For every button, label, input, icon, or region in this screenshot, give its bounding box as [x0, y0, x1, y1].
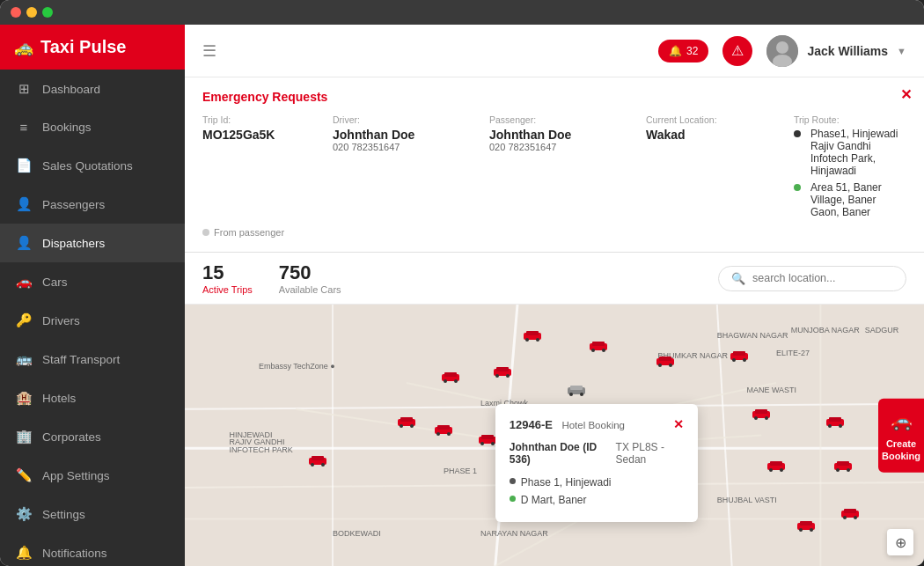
- avatar: [766, 35, 798, 67]
- car-marker: [840, 508, 860, 520]
- booking-popup: 12946-E Hotel Booking ✕ Johnthan Doe (ID…: [495, 404, 698, 522]
- car-marker: [656, 356, 675, 368]
- emergency-title: Emergency Requests: [202, 90, 906, 104]
- sidebar-item-label: Passengers: [42, 198, 105, 211]
- sidebar-item-label: Bookings: [42, 121, 92, 134]
- sidebar-item-label: Dispatchers: [42, 237, 105, 250]
- dispatchers-icon: 👤: [16, 235, 32, 251]
- svg-point-66: [311, 463, 314, 467]
- map-label: MUNJOBA NAGAR: [791, 326, 860, 334]
- close-button[interactable]: [11, 7, 21, 18]
- sidebar-item-staff-transport[interactable]: 🚌 Staff Transport: [0, 340, 185, 379]
- sidebar-item-cars[interactable]: 🚗 Cars: [0, 262, 185, 301]
- search-box[interactable]: 🔍: [718, 266, 906, 291]
- svg-line-9: [717, 305, 732, 566]
- available-cars-number: 750: [279, 261, 341, 284]
- cars-icon: 🚗: [16, 274, 32, 290]
- svg-point-47: [743, 358, 746, 362]
- svg-rect-97: [837, 461, 849, 466]
- sidebar-item-label: Drivers: [42, 314, 80, 327]
- svg-rect-89: [770, 461, 782, 466]
- create-booking-icon: 🚗: [891, 408, 913, 431]
- driver-name: Johnthan Doe: [333, 128, 482, 142]
- svg-point-59: [491, 442, 495, 445]
- popup-close-button[interactable]: ✕: [673, 417, 684, 431]
- car-marker: [589, 341, 608, 353]
- svg-point-87: [765, 416, 768, 420]
- svg-rect-93: [829, 417, 841, 422]
- search-icon: 🔍: [731, 272, 745, 285]
- svg-point-35: [580, 393, 583, 396]
- emergency-close-button[interactable]: ✕: [900, 86, 912, 103]
- locate-me-button[interactable]: ⊕: [887, 529, 913, 555]
- route-from: Phase1, Hinjewadi Rajiv Gandhi Infotech …: [810, 128, 906, 177]
- sidebar-item-bookings[interactable]: ≡ Bookings: [0, 108, 185, 146]
- sidebar-item-passengers[interactable]: 👤 Passengers: [0, 185, 185, 224]
- dashboard-icon: ⊞: [16, 81, 32, 97]
- map-label: NARAYAN NAGAR: [480, 529, 548, 538]
- sidebar-item-app-settings[interactable]: ✏️ App Settings: [0, 456, 185, 495]
- passengers-icon: 👤: [16, 196, 32, 212]
- svg-point-43: [669, 364, 672, 367]
- map-label: BHUJBAL VASTI: [717, 496, 777, 504]
- trip-id-label: Trip Id:: [202, 114, 326, 125]
- location-col: Current Location: Wakad: [646, 114, 787, 218]
- popup-to-dot: [510, 496, 516, 502]
- alert-icon: ⚠: [731, 42, 744, 59]
- active-trips-stat: 15 Active Trips: [202, 261, 253, 295]
- car-marker: [730, 350, 749, 363]
- stats-bar: 15 Active Trips 750 Available Cars 🔍: [185, 253, 924, 305]
- sidebar-item-label: Cars: [42, 276, 68, 289]
- driver-phone: 020 782351647: [333, 142, 482, 152]
- maximize-button[interactable]: [42, 7, 53, 18]
- chevron-down-icon: ▼: [897, 46, 906, 56]
- svg-rect-85: [755, 409, 767, 414]
- svg-point-107: [810, 528, 813, 532]
- map-area[interactable]: MUNJOBA NAGAR SADGUR BHAGWAN NAGAR BHUMK…: [185, 305, 924, 566]
- svg-rect-53: [437, 425, 450, 430]
- sidebar-item-label: Dashboard: [42, 83, 100, 96]
- map-label: BODKEWADI: [333, 529, 381, 538]
- svg-point-67: [321, 463, 325, 467]
- sidebar-item-corporates[interactable]: 🏢 Corporates: [0, 417, 185, 456]
- from-passenger: From passenger: [202, 227, 906, 238]
- svg-point-103: [854, 516, 857, 519]
- passenger-phone: 020 782351647: [489, 142, 639, 152]
- car-marker: [434, 424, 453, 437]
- sidebar-item-dispatchers[interactable]: 👤 Dispatchers: [0, 224, 185, 262]
- active-trips-label: Active Trips: [202, 284, 253, 295]
- logo: 🚕 Taxi Pulse: [0, 25, 185, 70]
- from-passenger-label: From passenger: [214, 227, 284, 238]
- map-label: PHASE 1: [444, 467, 477, 475]
- sidebar-item-hotels[interactable]: 🏨 Hotels: [0, 379, 185, 417]
- svg-rect-25: [444, 372, 457, 377]
- sidebar-item-dashboard[interactable]: ⊞ Dashboard: [0, 70, 185, 108]
- available-cars-label: Available Cars: [279, 284, 341, 295]
- create-booking-button[interactable]: 🚗 CreateBooking: [878, 398, 924, 473]
- svg-point-54: [436, 432, 440, 436]
- car-marker: [833, 460, 853, 473]
- sidebar-item-notifications[interactable]: 🔔 Notifications: [0, 533, 185, 566]
- search-input[interactable]: [752, 272, 893, 284]
- sidebar-item-label: Sales Quotations: [42, 159, 133, 173]
- app-settings-icon: ✏️: [16, 467, 32, 483]
- sidebar-item-drivers[interactable]: 🔑 Drivers: [0, 301, 185, 340]
- sidebar: 🚕 Taxi Pulse ⊞ Dashboard ≡ Bookings 📄 Sa…: [0, 25, 185, 566]
- notification-bell-button[interactable]: 🔔 32: [658, 40, 708, 62]
- svg-point-34: [569, 393, 573, 396]
- trip-id-value: MO125Ga5K: [202, 128, 326, 142]
- user-menu[interactable]: Jack Williams ▼: [766, 35, 906, 67]
- svg-point-91: [780, 468, 783, 472]
- svg-point-22: [591, 349, 595, 352]
- popup-vehicle: TX PL8S - Sedan: [616, 441, 684, 466]
- alert-button[interactable]: ⚠: [722, 36, 752, 66]
- sidebar-item-sales-quotations[interactable]: 📄 Sales Quotations: [0, 146, 185, 185]
- sidebar-item-settings[interactable]: ⚙️ Settings: [0, 495, 185, 533]
- sidebar-item-label: Corporates: [42, 430, 101, 444]
- svg-point-95: [839, 424, 842, 428]
- svg-point-58: [480, 442, 484, 445]
- hamburger-menu[interactable]: ☰: [202, 41, 216, 61]
- popup-from: Phase 1, Hinjewadi: [521, 476, 612, 489]
- car-marker: [441, 371, 460, 384]
- minimize-button[interactable]: [26, 7, 37, 18]
